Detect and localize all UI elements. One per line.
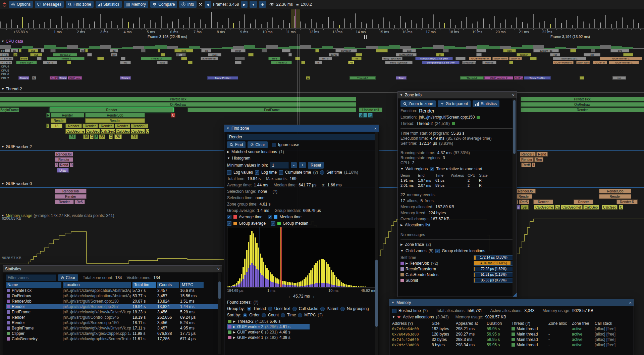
cpu-zone[interactable]: audioserver: [201, 57, 218, 60]
cpu-zone[interactable]: aud: [402, 49, 416, 52]
cpu-zone[interactable]: [188, 61, 193, 64]
timeline-zone[interactable]: CalcGeo: [116, 129, 130, 134]
cpu-data-header[interactable]: ▼CPU data: [1, 39, 23, 44]
timeline-zone[interactable]: Render: [55, 157, 73, 162]
cpu-zone[interactable]: [158, 49, 160, 52]
timeline-zone[interactable]: Rencer: [574, 199, 593, 204]
cpu-zone[interactable]: rot: [550, 53, 560, 56]
cpu-zone[interactable]: [476, 49, 486, 52]
cpu-zone[interactable]: [623, 53, 633, 56]
frame-label[interactable]: Frame 3,194 (13.92 ms): [532, 35, 608, 39]
cpu-zone[interactable]: Thread-2: [271, 61, 292, 64]
cpu-zone[interactable]: GUIF worker 2: [484, 76, 513, 80]
cpu-zone[interactable]: [580, 76, 584, 80]
cpu-zone[interactable]: [85, 49, 88, 52]
toolbar-button-find-zone[interactable]: Find zone: [66, 1, 94, 8]
focus-frame-button[interactable]: ⊕: [259, 1, 266, 8]
decrement-button[interactable]: -: [291, 162, 297, 168]
cpu-zone[interactable]: GUIF wor: [68, 76, 82, 80]
cpu-zone[interactable]: kw: [111, 53, 117, 56]
stats-row[interactable]: Clipperjni/../jni/src/claw/gfx/geo/Clipp…: [6, 331, 219, 336]
allocation-row[interactable]: 0x7dfaa64e00192 bytes298.21 ms59.95 sMai…: [392, 326, 631, 331]
cpu-zone[interactable]: tracy_systrace: [382, 57, 402, 60]
cpu-zone[interactable]: binder: [517, 53, 531, 56]
cpu-zone[interactable]: Trac: [396, 76, 407, 80]
child-zone-row[interactable]: RecalcTransform72.92 μs (1.62%): [400, 266, 514, 272]
radio-count[interactable]: [262, 313, 266, 317]
statistics-titlebar[interactable]: Statistics ×: [3, 266, 222, 272]
find-zone-search-input[interactable]: Render: [227, 134, 376, 140]
toolbar-button-memory[interactable]: Memory: [124, 1, 148, 8]
cpu-zone[interactable]: [67, 61, 71, 64]
timeline-zone[interactable]: RenderJob: [85, 113, 145, 118]
zoom-to-zone-button[interactable]: Zoom to zone: [400, 100, 436, 107]
min-bin-input[interactable]: 1: [270, 162, 289, 169]
cpu-zone[interactable]: Thread-2: [460, 76, 484, 80]
power-icon[interactable]: [2, 2, 7, 7]
cpu-zone[interactable]: Tracy Profiler: [524, 76, 551, 80]
timeline-zone[interactable]: 18: [51, 124, 62, 128]
radio-time[interactable]: [281, 313, 285, 317]
allocations-list-label[interactable]: Allocations list: [405, 223, 430, 227]
cpu-zone[interactable]: Tracy: [58, 76, 67, 80]
cpu-zone[interactable]: GUIF worker 1: [609, 61, 639, 64]
timeline-zone[interactable]: 8: [94, 134, 98, 139]
memory-col-header[interactable]: Duration: [487, 321, 512, 326]
stats-row[interactable]: CalcGeometryjni/../jni/src/claw/graphics…: [6, 336, 219, 342]
timeline-zone[interactable]: C: [171, 113, 175, 118]
cpu-zone[interactable]: kwot: [208, 53, 221, 56]
timeline-zone[interactable]: Rencer: [533, 199, 553, 204]
cpu-zone[interactable]: GUIF worker 1: [600, 57, 642, 60]
memory-col-header[interactable]: Call stack: [595, 321, 631, 326]
timeline-zone[interactable]: Render: [50, 107, 174, 112]
stats-row[interactable]: Renderjni/../jni/src/guif/Screen.cpp:257…: [6, 304, 219, 309]
cpu-zone[interactable]: [315, 49, 319, 52]
timeline-zone[interactable]: Rende: [51, 118, 66, 123]
cpu-zone[interactable]: fnd: [120, 61, 131, 64]
cpu-zone[interactable]: GUIF-w: [593, 61, 607, 64]
cpu-zone[interactable]: [50, 49, 56, 52]
clear-filter-button[interactable]: ⊘ Clear: [58, 274, 78, 281]
allocation-row[interactable]: 0x7dfc42d64032 bytes298.3 ms59.95 sMain …: [392, 337, 631, 342]
memory-col-header[interactable]: Thread (?): [512, 321, 548, 326]
stats-column-header[interactable]: MTPC: [180, 282, 204, 288]
cpu-zone[interactable]: composer@: [462, 61, 476, 64]
cpu-zone[interactable]: rot_d: [43, 61, 57, 64]
cpu-zone[interactable]: [41, 49, 44, 52]
cpu-zone[interactable]: [476, 53, 482, 56]
scrollbar-thumb[interactable]: [375, 260, 378, 327]
found-zone-group[interactable]: ▶GUIF worker 1(3,192)4.39 s: [227, 335, 376, 340]
timeline-zone[interactable]: R: [46, 113, 50, 118]
cpu-zone[interactable]: cfr: [176, 53, 186, 56]
timeline-zone[interactable]: Render: [51, 113, 84, 118]
reset-button[interactable]: Reset: [308, 162, 324, 169]
histogram-plot[interactable]: [227, 227, 376, 287]
cpu-zone[interactable]: GUIF worker 0: [553, 61, 574, 64]
cpu-zone[interactable]: fd: [352, 57, 362, 60]
frame-label[interactable]: Frame 3,193 (22.45 ms): [129, 35, 205, 39]
timeline-zone[interactable]: CalcGeome: [534, 205, 554, 210]
cpu-zone[interactable]: [235, 57, 245, 60]
timeline-zone[interactable]: 22: [99, 134, 105, 139]
child-zone-row[interactable]: ▶RenderJob(×2)4.16 ms (92.60%): [400, 260, 514, 266]
timeline-zone[interactable]: CalcGeo: [86, 129, 100, 134]
cpu-zone[interactable]: composer@2.1-se (Hw: [422, 61, 460, 64]
location-value[interactable]: jni/../jni/src/guif/Screen.cpp:150: [419, 115, 475, 120]
cpu-zone[interactable]: au: [201, 49, 211, 52]
cpu-zone[interactable]: GUIF worker 0: [469, 57, 491, 60]
child-zone-row[interactable]: Submit35.63 μs (0.79%): [400, 277, 514, 283]
cpu-zone[interactable]: tr: [315, 61, 322, 64]
timeline-zone[interactable]: T1: [368, 113, 373, 118]
cpu-zone[interactable]: kgks: [157, 61, 168, 64]
cpu-zone[interactable]: GUIF-work: [492, 57, 508, 60]
expand-icon[interactable]: ▶: [406, 262, 408, 265]
cpu-zone[interactable]: syste: [20, 57, 28, 60]
frame-histogram[interactable]: [0, 9, 644, 29]
timeline-zone[interactable]: 24: [131, 134, 138, 139]
collapse-icon[interactable]: ▼: [400, 167, 404, 171]
cpu-zone[interactable]: Tracy I: [120, 76, 131, 80]
self-time-row[interactable]: Self time172.14 μs (3.83%): [400, 255, 514, 260]
memory-col-header[interactable]: Zone free: [572, 321, 595, 326]
timeline-zone[interactable]: RenderJob: [599, 189, 631, 193]
ignore-case-checkbox[interactable]: [272, 143, 276, 147]
